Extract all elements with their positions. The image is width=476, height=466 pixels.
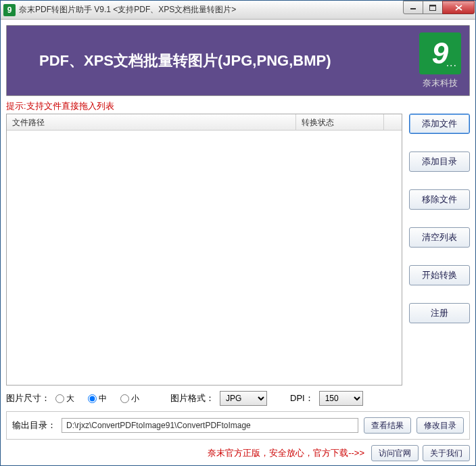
change-dir-button[interactable]: 修改目录 — [416, 417, 464, 434]
brand-block: 9 ... 奈末科技 — [419, 32, 461, 89]
dpi-label: DPI： — [290, 392, 314, 404]
minimize-button[interactable] — [403, 1, 423, 14]
col-header-spacer — [384, 114, 402, 130]
close-button[interactable] — [442, 1, 475, 14]
header-banner: PDF、XPS文档批量转图片(JPG,PNG,BMP) 9 ... 奈末科技 — [6, 25, 470, 96]
dpi-select[interactable]: 150 — [319, 391, 363, 406]
minimize-icon — [410, 5, 416, 10]
options-row: 图片尺寸： 大 中 小 图片格式： JPG DPI： 150 — [6, 391, 470, 406]
add-file-button[interactable]: 添加文件 — [409, 114, 470, 134]
add-directory-button[interactable]: 添加目录 — [409, 152, 470, 172]
window-controls — [404, 1, 475, 14]
app-icon: 9 — [3, 4, 16, 16]
content-area: PDF、XPS文档批量转图片(JPG,PNG,BMP) 9 ... 奈末科技 提… — [1, 20, 475, 466]
output-label: 输出目录： — [12, 419, 56, 432]
brand-name: 奈末科技 — [419, 77, 461, 89]
footer-text: 奈末官方正版，安全放心，官方下载-->> — [208, 447, 364, 459]
visit-site-button[interactable]: 访问官网 — [371, 445, 419, 461]
clear-list-button[interactable]: 清空列表 — [409, 227, 470, 248]
banner-title: PDF、XPS文档批量转图片(JPG,PNG,BMP) — [39, 51, 331, 71]
maximize-icon — [429, 5, 436, 11]
about-us-button[interactable]: 关于我们 — [423, 445, 470, 461]
start-convert-button[interactable]: 开始转换 — [409, 265, 470, 285]
brand-logo-icon: 9 ... — [419, 32, 461, 74]
output-path-input[interactable] — [62, 418, 358, 433]
svg-rect-0 — [410, 8, 416, 9]
main-row: 文件路径 转换状态 添加文件 添加目录 移除文件 清空列表 开始转换 注册 — [6, 114, 470, 386]
close-icon — [455, 5, 462, 11]
col-header-path[interactable]: 文件路径 — [7, 114, 296, 130]
footer-row: 奈末官方正版，安全放心，官方下载-->> 访问官网 关于我们 — [6, 445, 470, 461]
size-large-radio[interactable]: 大 — [55, 393, 74, 404]
side-button-column: 添加文件 添加目录 移除文件 清空列表 开始转换 注册 — [409, 114, 470, 386]
register-button[interactable]: 注册 — [409, 303, 470, 323]
window-title: 奈末PDF转图片助手 V9.1 <支持PDF、XPS文档批量转图片> — [19, 4, 404, 16]
size-label: 图片尺寸： — [6, 392, 50, 404]
titlebar[interactable]: 9 奈末PDF转图片助手 V9.1 <支持PDF、XPS文档批量转图片> — [1, 1, 475, 20]
view-result-button[interactable]: 查看结果 — [364, 417, 411, 434]
size-small-radio[interactable]: 小 — [120, 393, 139, 404]
remove-file-button[interactable]: 移除文件 — [409, 189, 470, 210]
hint-text: 提示:支持文件直接拖入列表 — [6, 100, 470, 112]
app-window: 9 奈末PDF转图片助手 V9.1 <支持PDF、XPS文档批量转图片> PDF… — [0, 0, 476, 466]
size-medium-radio[interactable]: 中 — [88, 393, 107, 404]
col-header-status[interactable]: 转换状态 — [296, 114, 384, 130]
file-list[interactable]: 文件路径 转换状态 — [6, 114, 402, 386]
maximize-button[interactable] — [423, 1, 443, 14]
output-row: 输出目录： 查看结果 修改目录 — [6, 411, 470, 440]
format-label: 图片格式： — [170, 392, 214, 404]
list-header: 文件路径 转换状态 — [7, 114, 402, 131]
svg-rect-2 — [430, 5, 436, 6]
list-body[interactable] — [7, 131, 402, 385]
format-select[interactable]: JPG — [220, 391, 267, 406]
